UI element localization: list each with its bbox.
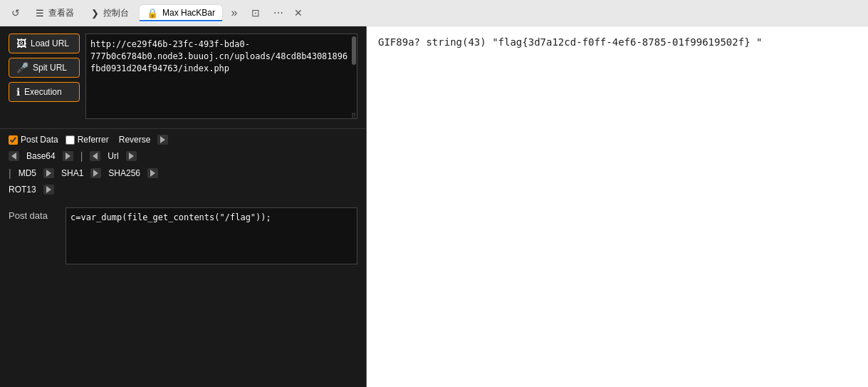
referrer-check-input[interactable] [66,135,75,145]
tab-active-bar [140,20,222,21]
rot13-label: ROT13 [9,185,36,195]
url-left-arrow-icon [93,153,98,160]
reverse-right-btn[interactable] [157,135,168,145]
reverse-arrow-icon [160,136,165,143]
md5-label: MD5 [19,168,36,178]
refresh-icon: ↺ [11,7,20,19]
url-left-btn[interactable] [90,151,100,161]
tab-console-label: 控制台 [103,7,129,19]
pipe-sep-2: | [9,167,11,179]
sha1-right-arrow-icon [93,170,98,177]
sha256-right-btn[interactable] [147,168,158,178]
console-icon: ❯ [91,8,99,19]
close-icon: ✕ [294,7,303,19]
resize-handle[interactable]: ⠿ [351,112,356,120]
sha1-label: SHA1 [61,168,83,178]
expand-icon: ⊡ [251,7,260,19]
options-section: Post Data Referrer Reverse Base64 [0,129,366,200]
options-row-3: | MD5 SHA1 SHA256 [9,167,357,179]
right-panel: GIF89a? string(43) "flag{3d7a12cd-f0ff-4… [367,26,868,387]
post-data-checkbox[interactable]: Post Data [9,135,58,145]
url-right-btn[interactable] [126,151,137,161]
url-input[interactable]: http://ce29f46b-23fc-493f-bda0-777b0c678… [85,33,357,119]
post-data-input[interactable]: c=var_dump(file_get_contents("/flag")); [66,207,357,264]
main-layout: 🖼 Load URL 🎤 Spit URL ℹ Execution http:/… [0,26,868,387]
sha256-label: SHA256 [108,168,140,178]
options-row-4: ROT13 [9,185,357,195]
spit-url-icon: 🎤 [16,62,28,73]
inspector-icon: ☰ [36,8,44,19]
dots-icon: ⋯ [273,7,283,19]
reverse-label: Reverse [119,135,151,145]
post-section-label: Post data [9,207,58,221]
spit-url-label: Spit URL [33,63,67,73]
overflow-icon: » [231,6,238,19]
scrollbar-indicator [352,36,356,65]
dots-menu-btn[interactable]: ⋯ [268,3,288,23]
execution-label: Execution [24,87,62,97]
rot13-right-arrow-icon [46,186,51,193]
post-section: Post data c=var_dump(file_get_contents("… [0,200,366,387]
post-data-check-input[interactable] [9,135,18,145]
close-panel-btn[interactable]: ✕ [291,6,305,20]
browser-chrome: ↺ ☰ 查看器 ❯ 控制台 🔒 Max HacKBar » ⊡ ⋯ [0,0,868,26]
post-data-label: Post Data [21,135,58,145]
url-right-arrow-icon [129,153,134,160]
load-url-button[interactable]: 🖼 Load URL [9,33,80,53]
sha1-right-btn[interactable] [90,168,101,178]
refresh-icon-btn[interactable]: ↺ [6,3,26,23]
tab-inspector[interactable]: ☰ 查看器 [28,4,81,22]
pipe-sep-1: | [80,150,83,162]
tab-hackbar-label: Max HacKBar [162,8,215,18]
referrer-checkbox[interactable]: Referrer [66,135,109,145]
referrer-label: Referrer [78,135,109,145]
base64-left-btn[interactable] [9,151,19,161]
md5-right-btn[interactable] [43,168,54,178]
tab-hackbar[interactable]: 🔒 Max HacKBar [139,4,223,22]
action-buttons: 🖼 Load URL 🎤 Spit URL ℹ Execution [9,33,80,102]
output-text: GIF89a? string(43) "flag{3d7a12cd-f0ff-4… [378,35,857,50]
tab-bar: ↺ ☰ 查看器 ❯ 控制台 🔒 Max HacKBar » ⊡ ⋯ [0,0,868,26]
execution-icon: ℹ [16,86,20,98]
tab-console[interactable]: ❯ 控制台 [84,4,136,22]
base64-right-arrow-icon [66,153,70,160]
base64-label: Base64 [26,151,56,161]
execution-button[interactable]: ℹ Execution [9,82,80,102]
tab-inspector-label: 查看器 [48,7,74,19]
base64-right-btn[interactable] [63,151,73,161]
expand-btn[interactable]: ⊡ [246,3,266,23]
load-url-icon: 🖼 [16,38,26,49]
tab-overflow-btn[interactable]: » [226,4,243,21]
sha256-right-arrow-icon [150,170,155,177]
options-row-2: Base64 | Url [9,150,357,162]
url-row: 🖼 Load URL 🎤 Spit URL ℹ Execution http:/… [9,33,357,121]
load-url-label: Load URL [31,38,69,48]
url-label: Url [108,151,118,161]
url-textarea-wrapper: http://ce29f46b-23fc-493f-bda0-777b0c678… [85,33,357,121]
hackbar-lock-icon: 🔒 [147,8,158,19]
base64-left-arrow-icon [11,153,16,160]
spit-url-button[interactable]: 🎤 Spit URL [9,58,80,78]
options-row-1: Post Data Referrer Reverse [9,135,357,145]
toolbar-section: 🖼 Load URL 🎤 Spit URL ℹ Execution http:/… [0,26,366,129]
hackbar-panel: 🖼 Load URL 🎤 Spit URL ℹ Execution http:/… [0,26,367,387]
rot13-right-btn[interactable] [43,185,54,195]
md5-right-arrow-icon [46,170,51,177]
